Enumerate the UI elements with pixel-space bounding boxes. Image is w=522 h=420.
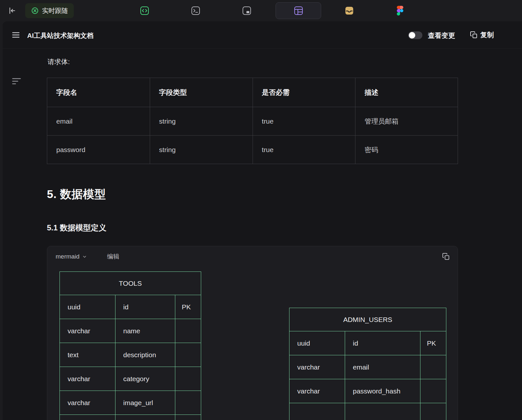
er-cell: varchar: [289, 355, 345, 379]
er-cell: name: [115, 319, 175, 343]
er-row: varchar category: [60, 367, 201, 391]
terminal-icon: [191, 6, 201, 16]
er-cell: id: [345, 331, 420, 355]
er-table-admin-users: ADMIN_USERS uuid id PK varchar email: [289, 308, 446, 420]
collapse-left-icon: [8, 6, 16, 15]
tab-browser-preview[interactable]: [239, 3, 254, 18]
er-cell: uuid: [289, 331, 345, 355]
top-bar: 实时跟随: [0, 0, 522, 21]
table-cell: 管理员邮箱: [355, 107, 458, 136]
copy-code-button[interactable]: [442, 253, 450, 262]
list-icon: [12, 31, 20, 39]
table-cell: 密码: [355, 136, 458, 164]
browser-window-icon: [242, 6, 252, 16]
table-cell: string: [150, 107, 253, 136]
er-cell: [420, 379, 446, 403]
copy-icon: [470, 31, 478, 39]
er-row: varchar name: [60, 319, 201, 343]
table-cell: string: [150, 136, 253, 164]
document-content: 请求体: 字段名 字段类型 是否必需 描述 email string true: [47, 57, 458, 420]
chevron-down-icon: [82, 254, 87, 259]
column-header: 字段类型: [150, 78, 253, 107]
er-cell: id: [115, 295, 175, 319]
column-header: 字段名: [47, 78, 150, 107]
er-cell: password_hash: [345, 379, 420, 403]
tab-document-table-active[interactable]: [276, 2, 321, 19]
document-header-bar: AI工具站技术架构文档 查看变更 复制: [3, 21, 522, 49]
code-icon: [140, 6, 149, 16]
column-header: 是否必需: [253, 78, 355, 107]
table-cell: password: [47, 136, 150, 164]
request-body-label: 请求体:: [48, 57, 458, 66]
er-cell: [175, 319, 201, 343]
document-title: AI工具站技术架构文档: [27, 31, 93, 40]
column-header: 描述: [355, 78, 458, 107]
er-cell: varchar: [60, 319, 115, 343]
table-cell: email: [47, 107, 150, 136]
er-cell: description: [115, 343, 175, 367]
table-cell: true: [253, 107, 355, 136]
er-cell: [175, 367, 201, 391]
er-cell: category: [115, 367, 175, 391]
section-heading: 5. 数据模型: [47, 187, 458, 202]
er-cell: [175, 391, 201, 415]
er-cell: text: [60, 343, 115, 367]
er-table-title: ADMIN_USERS: [289, 308, 446, 331]
er-cell: PK: [175, 295, 201, 319]
er-cell: [175, 343, 201, 367]
er-row: [289, 403, 446, 420]
er-row: varchar email: [289, 355, 446, 379]
language-label: mermaid: [56, 253, 80, 260]
view-changes-toggle[interactable]: [408, 31, 422, 39]
er-row: varchar password_hash: [289, 379, 446, 403]
er-row: uuid id PK: [60, 295, 201, 319]
mermaid-code-block: mermaid 编辑: [47, 246, 458, 420]
request-fields-table: 字段名 字段类型 是否必需 描述 email string true 管理员邮箱…: [47, 78, 458, 164]
er-cell: varchar: [60, 367, 115, 391]
copy-document-button[interactable]: 复制: [470, 30, 494, 39]
figma-icon: [397, 6, 403, 16]
code-block-header: mermaid 编辑: [47, 246, 458, 267]
tab-code-editor[interactable]: [137, 3, 152, 18]
language-selector[interactable]: mermaid: [56, 253, 87, 260]
tab-inbox[interactable]: [342, 3, 357, 18]
table-row: email string true 管理员邮箱: [47, 107, 458, 136]
er-row: uuid id PK: [289, 331, 446, 355]
er-cell: email: [345, 355, 420, 379]
er-row: text description: [60, 343, 201, 367]
live-follow-button[interactable]: 实时跟随: [25, 3, 74, 18]
edit-button[interactable]: 编辑: [107, 252, 119, 261]
document-panel: AI工具站技术架构文档 查看变更 复制 请求体: 字段名: [3, 21, 522, 420]
table-icon: [294, 6, 303, 16]
live-follow-icon: [31, 7, 39, 15]
toggle-knob: [409, 32, 415, 39]
inbox-icon: [344, 6, 354, 16]
document-scroll-area[interactable]: 请求体: 字段名 字段类型 是否必需 描述 email string true: [3, 49, 522, 420]
copy-icon: [442, 253, 450, 260]
er-row: [60, 415, 201, 420]
live-follow-label: 实时跟随: [42, 6, 68, 15]
copy-document-label: 复制: [480, 30, 494, 39]
er-row: varchar image_url: [60, 391, 201, 415]
er-cell: varchar: [289, 379, 345, 403]
er-table-title: TOOLS: [60, 272, 201, 295]
er-cell: varchar: [60, 391, 115, 415]
er-cell: PK: [420, 331, 446, 355]
table-cell: true: [253, 136, 355, 164]
view-changes-button[interactable]: 查看变更: [428, 31, 455, 40]
tab-figma[interactable]: [393, 3, 408, 18]
er-diagram: TOOLS uuid id PK varchar name: [47, 267, 458, 420]
er-cell: [420, 355, 446, 379]
collapse-sidebar-button[interactable]: [8, 7, 17, 15]
tab-terminal[interactable]: [188, 3, 203, 18]
table-row: password string true 密码: [47, 136, 458, 164]
outline-list-button[interactable]: [11, 30, 21, 39]
table-header-row: 字段名 字段类型 是否必需 描述: [47, 78, 458, 107]
er-table-tools: TOOLS uuid id PK varchar name: [60, 271, 201, 420]
er-cell: image_url: [115, 391, 175, 415]
subsection-heading: 5.1 数据模型定义: [47, 223, 458, 233]
er-cell: uuid: [60, 295, 115, 319]
